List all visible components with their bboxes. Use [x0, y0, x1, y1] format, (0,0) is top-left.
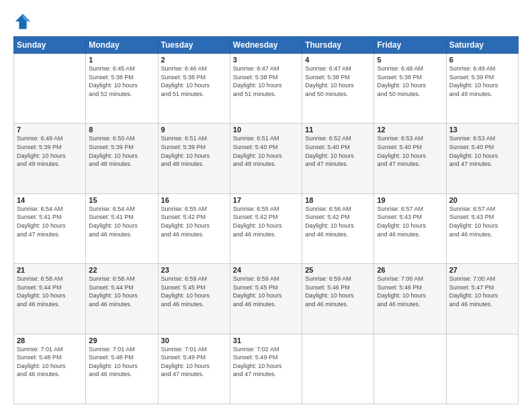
- day-number: 20: [449, 196, 515, 204]
- day-info: Sunrise: 6:51 AM Sunset: 5:39 PM Dayligh…: [161, 134, 227, 168]
- day-number: 14: [17, 196, 83, 204]
- day-info: Sunrise: 7:01 AM Sunset: 5:48 PM Dayligh…: [17, 345, 83, 379]
- day-info: Sunrise: 6:47 AM Sunset: 5:38 PM Dayligh…: [305, 64, 371, 98]
- logo-icon: [13, 12, 32, 31]
- calendar-week-1: 7Sunrise: 6:49 AM Sunset: 5:39 PM Daylig…: [14, 124, 519, 193]
- calendar-cell: 3Sunrise: 6:47 AM Sunset: 5:38 PM Daylig…: [230, 54, 302, 124]
- day-info: Sunrise: 6:59 AM Sunset: 5:45 PM Dayligh…: [233, 275, 299, 308]
- calendar-cell: 29Sunrise: 7:01 AM Sunset: 5:48 PM Dayli…: [86, 334, 158, 404]
- calendar-cell: 20Sunrise: 6:57 AM Sunset: 5:43 PM Dayli…: [446, 193, 518, 263]
- page: SundayMondayTuesdayWednesdayThursdayFrid…: [0, 0, 532, 411]
- calendar-week-3: 21Sunrise: 6:58 AM Sunset: 5:44 PM Dayli…: [14, 264, 519, 334]
- day-number: 1: [89, 56, 154, 64]
- calendar-cell: 13Sunrise: 6:53 AM Sunset: 5:40 PM Dayli…: [446, 124, 518, 193]
- calendar-cell: 12Sunrise: 6:53 AM Sunset: 5:40 PM Dayli…: [374, 124, 446, 193]
- day-number: 9: [161, 126, 227, 134]
- day-number: 17: [233, 196, 299, 204]
- calendar-cell: 30Sunrise: 7:01 AM Sunset: 5:49 PM Dayli…: [158, 334, 230, 404]
- day-number: 21: [17, 266, 83, 274]
- calendar-cell: 16Sunrise: 6:55 AM Sunset: 5:42 PM Dayli…: [158, 193, 230, 263]
- calendar-cell: [302, 334, 374, 404]
- calendar-cell: 15Sunrise: 6:54 AM Sunset: 5:41 PM Dayli…: [86, 193, 158, 263]
- day-number: 22: [89, 266, 154, 274]
- weekday-header-saturday: Saturday: [446, 37, 518, 54]
- day-number: 26: [377, 266, 443, 274]
- weekday-header-monday: Monday: [86, 37, 158, 54]
- day-number: 4: [305, 56, 371, 64]
- calendar-cell: 26Sunrise: 7:00 AM Sunset: 5:46 PM Dayli…: [374, 264, 446, 334]
- day-number: 18: [305, 196, 371, 204]
- day-number: 12: [377, 126, 443, 134]
- day-info: Sunrise: 6:57 AM Sunset: 5:43 PM Dayligh…: [377, 205, 443, 238]
- day-number: 13: [449, 126, 515, 134]
- day-number: 29: [89, 336, 154, 345]
- day-info: Sunrise: 6:58 AM Sunset: 5:44 PM Dayligh…: [17, 275, 83, 308]
- day-info: Sunrise: 6:55 AM Sunset: 5:42 PM Dayligh…: [233, 205, 299, 238]
- day-info: Sunrise: 6:58 AM Sunset: 5:44 PM Dayligh…: [89, 275, 154, 308]
- calendar-cell: 2Sunrise: 6:46 AM Sunset: 5:38 PM Daylig…: [158, 54, 230, 124]
- calendar-cell: 14Sunrise: 6:54 AM Sunset: 5:41 PM Dayli…: [14, 193, 86, 263]
- calendar-cell: 28Sunrise: 7:01 AM Sunset: 5:48 PM Dayli…: [14, 334, 86, 404]
- calendar-cell: 7Sunrise: 6:49 AM Sunset: 5:39 PM Daylig…: [14, 124, 86, 193]
- day-number: 15: [89, 196, 154, 204]
- day-number: 10: [233, 126, 299, 134]
- day-info: Sunrise: 6:49 AM Sunset: 5:39 PM Dayligh…: [449, 64, 515, 98]
- calendar-cell: 4Sunrise: 6:47 AM Sunset: 5:38 PM Daylig…: [302, 54, 374, 124]
- day-info: Sunrise: 6:47 AM Sunset: 5:38 PM Dayligh…: [233, 64, 299, 98]
- day-info: Sunrise: 6:53 AM Sunset: 5:40 PM Dayligh…: [449, 134, 515, 168]
- weekday-header-friday: Friday: [374, 37, 446, 54]
- day-number: 31: [233, 336, 299, 345]
- calendar-week-4: 28Sunrise: 7:01 AM Sunset: 5:48 PM Dayli…: [14, 334, 519, 404]
- calendar-cell: 31Sunrise: 7:02 AM Sunset: 5:49 PM Dayli…: [230, 334, 302, 404]
- calendar-cell: 27Sunrise: 7:00 AM Sunset: 5:47 PM Dayli…: [446, 264, 518, 334]
- calendar-cell: [446, 334, 518, 404]
- day-info: Sunrise: 6:53 AM Sunset: 5:40 PM Dayligh…: [377, 134, 443, 168]
- day-number: 28: [17, 336, 83, 345]
- calendar-cell: 8Sunrise: 6:50 AM Sunset: 5:39 PM Daylig…: [86, 124, 158, 193]
- day-info: Sunrise: 6:49 AM Sunset: 5:39 PM Dayligh…: [17, 134, 83, 168]
- calendar-cell: 25Sunrise: 6:59 AM Sunset: 5:46 PM Dayli…: [302, 264, 374, 334]
- day-number: 3: [233, 56, 299, 64]
- day-info: Sunrise: 6:59 AM Sunset: 5:45 PM Dayligh…: [161, 275, 227, 308]
- day-number: 8: [89, 126, 154, 134]
- day-info: Sunrise: 7:00 AM Sunset: 5:47 PM Dayligh…: [449, 275, 515, 308]
- day-info: Sunrise: 6:45 AM Sunset: 5:38 PM Dayligh…: [89, 64, 154, 98]
- day-info: Sunrise: 7:00 AM Sunset: 5:46 PM Dayligh…: [377, 275, 443, 308]
- day-number: 6: [449, 56, 515, 64]
- calendar-cell: [374, 334, 446, 404]
- calendar-cell: 22Sunrise: 6:58 AM Sunset: 5:44 PM Dayli…: [86, 264, 158, 334]
- day-number: 30: [161, 336, 227, 345]
- day-number: 24: [233, 266, 299, 274]
- calendar-week-0: 1Sunrise: 6:45 AM Sunset: 5:38 PM Daylig…: [14, 54, 519, 124]
- day-number: 25: [305, 266, 371, 274]
- header: [13, 12, 519, 31]
- day-number: 11: [305, 126, 371, 134]
- day-info: Sunrise: 6:56 AM Sunset: 5:42 PM Dayligh…: [305, 205, 371, 238]
- day-number: 5: [377, 56, 443, 64]
- weekday-header-thursday: Thursday: [302, 37, 374, 54]
- day-info: Sunrise: 6:46 AM Sunset: 5:38 PM Dayligh…: [161, 64, 227, 98]
- day-info: Sunrise: 6:51 AM Sunset: 5:40 PM Dayligh…: [233, 134, 299, 168]
- calendar-week-2: 14Sunrise: 6:54 AM Sunset: 5:41 PM Dayli…: [14, 193, 519, 263]
- day-info: Sunrise: 6:54 AM Sunset: 5:41 PM Dayligh…: [89, 205, 154, 238]
- day-number: 7: [17, 126, 83, 134]
- calendar-cell: 6Sunrise: 6:49 AM Sunset: 5:39 PM Daylig…: [446, 54, 518, 124]
- calendar-cell: 11Sunrise: 6:52 AM Sunset: 5:40 PM Dayli…: [302, 124, 374, 193]
- calendar-cell: 21Sunrise: 6:58 AM Sunset: 5:44 PM Dayli…: [14, 264, 86, 334]
- calendar-cell: 10Sunrise: 6:51 AM Sunset: 5:40 PM Dayli…: [230, 124, 302, 193]
- weekday-header-sunday: Sunday: [14, 37, 86, 54]
- calendar-cell: 18Sunrise: 6:56 AM Sunset: 5:42 PM Dayli…: [302, 193, 374, 263]
- day-info: Sunrise: 6:48 AM Sunset: 5:38 PM Dayligh…: [377, 64, 443, 98]
- calendar-cell: 1Sunrise: 6:45 AM Sunset: 5:38 PM Daylig…: [86, 54, 158, 124]
- day-info: Sunrise: 6:59 AM Sunset: 5:46 PM Dayligh…: [305, 275, 371, 308]
- day-number: 23: [161, 266, 227, 274]
- calendar-header-row: SundayMondayTuesdayWednesdayThursdayFrid…: [14, 37, 519, 54]
- logo: [13, 12, 35, 31]
- calendar-table: SundayMondayTuesdayWednesdayThursdayFrid…: [13, 36, 519, 404]
- day-number: 27: [449, 266, 515, 274]
- day-number: 2: [161, 56, 227, 64]
- day-info: Sunrise: 6:52 AM Sunset: 5:40 PM Dayligh…: [305, 134, 371, 168]
- calendar-cell: [14, 54, 86, 124]
- weekday-header-wednesday: Wednesday: [230, 37, 302, 54]
- day-info: Sunrise: 6:54 AM Sunset: 5:41 PM Dayligh…: [17, 205, 83, 238]
